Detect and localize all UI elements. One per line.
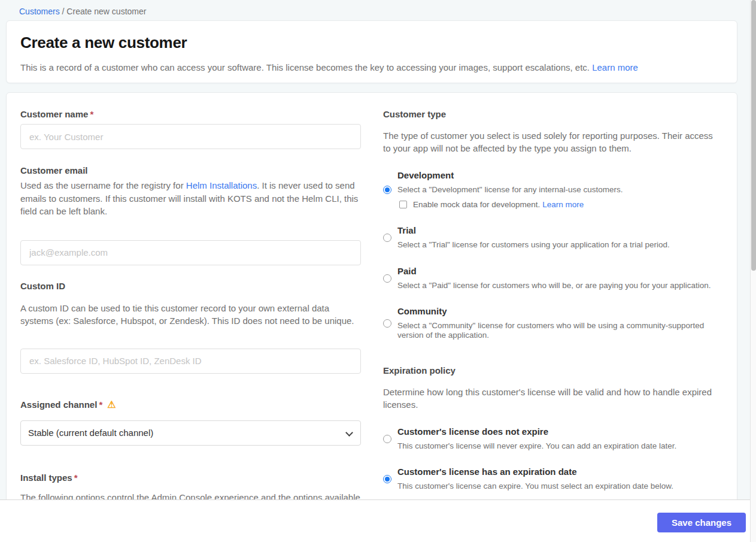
required-asterisk: * [74, 473, 78, 483]
header-learn-more-link[interactable]: Learn more [592, 62, 638, 72]
mock-data-learn-more-link[interactable]: Learn more [542, 200, 584, 209]
scrollbar-thumb[interactable] [751, 0, 756, 271]
custom-id-field: Custom ID A custom ID can be used to tie… [20, 281, 361, 374]
save-changes-button[interactable]: Save changes [657, 513, 746, 532]
development-radio-description: Select a "Development" license for any i… [397, 185, 714, 195]
scrollbar[interactable] [750, 0, 756, 542]
paid-radio-label: Paid [397, 267, 714, 276]
radio-option-no-expire[interactable]: Customer's license does not expire This … [383, 427, 714, 451]
custom-id-label: Custom ID [20, 281, 361, 291]
assigned-channel-select[interactable]: Stable (current default channel) [20, 420, 361, 446]
has-expiration-radio-button[interactable] [383, 475, 391, 483]
customer-email-input[interactable] [20, 240, 361, 265]
radio-option-has-expiration[interactable]: Customer's license has an expiration dat… [383, 467, 714, 491]
required-asterisk: * [99, 399, 102, 410]
install-types-label: Install types* [20, 473, 361, 483]
paid-radio-content: Paid Select a "Paid" license for custome… [397, 267, 714, 290]
no-expire-radio-description: This customer's license will never expir… [397, 441, 714, 451]
expiration-policy-label: Expiration policy [383, 365, 714, 376]
radio-option-trial[interactable]: Trial Select a "Trial" license for custo… [383, 226, 714, 250]
trial-radio-button[interactable] [383, 234, 391, 242]
has-expiration-radio-content: Customer's license has an expiration dat… [397, 467, 714, 491]
customer-type-label: Customer type [383, 109, 714, 119]
form-right-column: Customer type The type of customer you s… [383, 109, 714, 517]
trial-radio-label: Trial [397, 226, 714, 235]
paid-radio-button[interactable] [383, 274, 391, 283]
has-expiration-radio-label: Customer's license has an expiration dat… [397, 467, 714, 477]
community-radio-label: Community [397, 307, 714, 316]
customer-email-field: Customer email Used as the username for … [20, 165, 361, 265]
footer-action-bar: Save changes [0, 499, 750, 542]
community-radio-content: Community Select a "Community" license f… [397, 307, 714, 340]
no-expire-radio-label: Customer's license does not expire [397, 427, 714, 437]
no-expire-radio-content: Customer's license does not expire This … [397, 427, 714, 451]
customer-type-description: The type of customer you select is used … [383, 130, 714, 155]
page-title: Create a new customer [20, 34, 723, 52]
radio-option-paid[interactable]: Paid Select a "Paid" license for custome… [383, 267, 714, 290]
development-radio-label: Development [397, 171, 714, 180]
trial-radio-content: Trial Select a "Trial" license for custo… [397, 226, 714, 250]
expiration-policy-section: Expiration policy Determine how long thi… [383, 365, 714, 491]
radio-option-development[interactable]: Development Select a "Development" licen… [383, 171, 714, 209]
trial-radio-description: Select a "Trial" license for customers u… [397, 240, 714, 250]
community-radio-description: Select a "Community" license for custome… [397, 321, 714, 340]
paid-radio-description: Select a "Paid" license for customers wh… [397, 281, 714, 290]
has-expiration-radio-description: This customer's license can expire. You … [397, 482, 714, 491]
customer-name-input[interactable] [20, 124, 361, 149]
customer-email-description: Used as the username for the registry fo… [20, 179, 361, 218]
radio-option-community[interactable]: Community Select a "Community" license f… [383, 307, 714, 340]
page-header-card: Create a new customer This is a record o… [6, 20, 737, 83]
helm-installations-link[interactable]: Helm Installations [186, 180, 257, 190]
community-radio-button[interactable] [383, 319, 391, 328]
custom-id-input[interactable] [20, 349, 361, 374]
customer-name-field: Customer name* [20, 109, 361, 149]
form-left-column: Customer name* Customer email Used as th… [20, 109, 361, 517]
customer-type-section: Customer type The type of customer you s… [383, 109, 714, 340]
mock-data-checkbox[interactable] [399, 201, 407, 208]
page-description-text: This is a record of a customer who can a… [20, 62, 590, 72]
breadcrumb: Customers / Create new customer [0, 0, 756, 16]
required-asterisk: * [90, 109, 93, 119]
breadcrumb-link-customers[interactable]: Customers [19, 7, 60, 16]
breadcrumb-current: Create new customer [66, 7, 146, 16]
no-expire-radio-button[interactable] [383, 435, 391, 443]
assigned-channel-field: Assigned channel*⚠ Stable (current defau… [20, 399, 361, 446]
customer-name-label: Customer name* [20, 109, 361, 119]
customer-form-card: Customer name* Customer email Used as th… [6, 92, 737, 542]
warning-icon: ⚠ [107, 399, 116, 410]
development-radio-content: Development Select a "Development" licen… [397, 171, 714, 209]
page-description: This is a record of a customer who can a… [20, 61, 723, 74]
development-radio-button[interactable] [383, 186, 391, 194]
customer-email-label: Customer email [20, 165, 361, 175]
expiration-policy-description: Determine how long this customer's licen… [383, 386, 714, 411]
assigned-channel-label: Assigned channel*⚠ [20, 399, 361, 410]
custom-id-description: A custom ID can be used to tie this cust… [20, 302, 361, 328]
mock-data-label: Enable mock data for development. Learn … [413, 200, 584, 209]
mock-data-checkbox-row[interactable]: Enable mock data for development. Learn … [397, 200, 714, 209]
